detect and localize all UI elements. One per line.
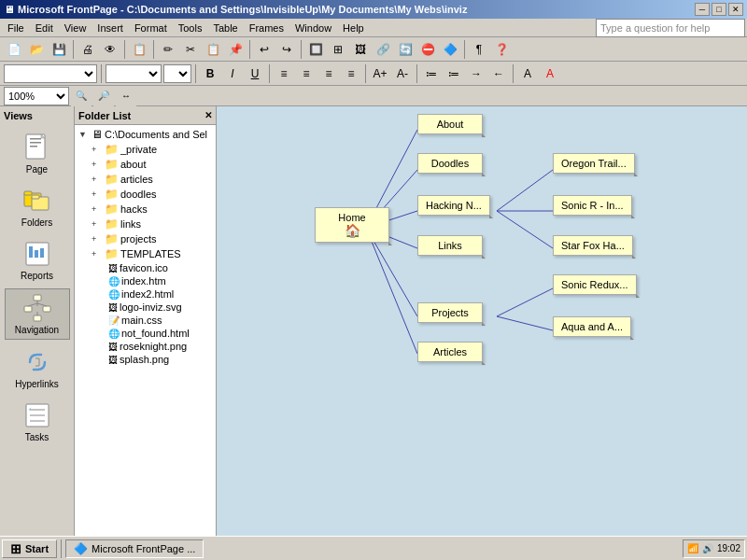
menu-edit[interactable]: Edit — [30, 21, 59, 35]
menu-tools[interactable]: Tools — [173, 21, 208, 35]
paste-button[interactable]: 📌 — [225, 39, 246, 60]
maximize-button[interactable]: □ — [712, 3, 726, 16]
style-select[interactable] — [4, 64, 97, 83]
node-home[interactable]: Home 🏠 — [315, 207, 389, 243]
tree-item-index2[interactable]: 🌐 index2.html — [77, 287, 214, 301]
fontsize-smaller[interactable]: A- — [392, 63, 413, 84]
refresh-button[interactable]: 🔄 — [395, 39, 416, 60]
view-folders[interactable]: Folders — [5, 182, 70, 231]
node-hacking[interactable]: Hacking N... — [417, 195, 490, 216]
hyperlink-button[interactable]: 🔗 — [373, 39, 393, 60]
expand-templates[interactable]: + — [92, 249, 105, 259]
node-projects[interactable]: Projects — [417, 302, 483, 323]
start-button[interactable]: ⊞ Start — [2, 539, 57, 558]
page-view-button[interactable]: 📋 — [129, 39, 149, 60]
italic-button[interactable]: I — [222, 63, 243, 84]
numbered-list-button[interactable]: ≔ — [444, 63, 464, 84]
align-left-button[interactable]: ≡ — [274, 63, 294, 84]
tree-item-logo[interactable]: 🖼 logo-inviz.svg — [77, 301, 214, 314]
expand-doodles[interactable]: + — [92, 189, 105, 199]
expand-private[interactable]: + — [92, 145, 105, 154]
tree-item-favicon[interactable]: 🖼 favicon.ico — [77, 261, 214, 274]
tree-item-maincss[interactable]: 📝 main.css — [77, 314, 214, 327]
tree-item-notfound[interactable]: 🌐 not_found.html — [77, 327, 214, 340]
frontpage-taskbar-button[interactable]: 🔷 Microsoft FrontPage ... — [65, 539, 204, 558]
highlight-button[interactable]: A — [517, 63, 538, 84]
node-starfox[interactable]: Star Fox Ha... — [553, 235, 633, 256]
web-comp-button[interactable]: 🔲 — [305, 39, 326, 60]
menu-table[interactable]: Table — [207, 21, 243, 35]
bullet-list-button[interactable]: ≔ — [421, 63, 442, 84]
expand-links[interactable]: + — [92, 219, 105, 229]
zoom-select[interactable]: 100% — [4, 87, 69, 105]
redo-button[interactable]: ↪ — [276, 39, 297, 60]
tree-item-projects[interactable]: + 📁 projects — [77, 231, 214, 246]
view-navigation[interactable]: Navigation — [5, 288, 70, 340]
help-search-box[interactable]: Type a question for help — [596, 19, 745, 37]
expand-about[interactable]: + — [92, 160, 105, 169]
node-doodles[interactable]: Doodles — [417, 153, 483, 174]
menu-help[interactable]: Help — [337, 21, 370, 35]
tree-expand-root[interactable]: ▼ — [78, 130, 92, 139]
menu-window[interactable]: Window — [289, 21, 337, 35]
node-links[interactable]: Links — [417, 235, 483, 256]
fontcolor-button[interactable]: A — [540, 63, 560, 84]
indent-button[interactable]: → — [466, 63, 486, 84]
new-button[interactable]: 📄 — [4, 39, 24, 60]
save-button[interactable]: 💾 — [49, 39, 69, 60]
view-page[interactable]: Page — [5, 129, 70, 178]
font-select[interactable] — [106, 64, 162, 83]
node-aqua[interactable]: Aqua and A... — [553, 316, 631, 337]
open-button[interactable]: 📂 — [26, 39, 47, 60]
tree-item-about[interactable]: + 📁 about — [77, 157, 214, 172]
node-sonicr[interactable]: Sonic R - In... — [553, 195, 632, 216]
minimize-button[interactable]: ─ — [695, 3, 710, 16]
view-hyperlinks[interactable]: Hyperlinks — [5, 343, 70, 393]
tree-item-roseknight[interactable]: 🖼 roseknight.png — [77, 340, 214, 353]
node-sonicredux[interactable]: Sonic Redux... — [553, 274, 637, 295]
node-oregon[interactable]: Oregon Trail... — [553, 153, 635, 174]
undo-button[interactable]: ↩ — [254, 39, 275, 60]
tree-item-private[interactable]: + 📁 _private — [77, 142, 214, 157]
spell-button[interactable]: ✏ — [158, 39, 178, 60]
insert-table-button[interactable]: ⊞ — [328, 39, 348, 60]
zoom-btn-1[interactable]: 🔍 — [71, 86, 92, 106]
align-center-button[interactable]: ≡ — [296, 63, 317, 84]
view-reports[interactable]: Reports — [5, 235, 70, 285]
tree-root[interactable]: ▼ 🖥 C:\Documents and Sel — [77, 127, 214, 142]
tree-item-hacks[interactable]: + 📁 hacks — [77, 202, 214, 217]
tree-item-doodles[interactable]: + 📁 doodles — [77, 187, 214, 202]
tree-item-articles[interactable]: + 📁 articles — [77, 172, 214, 187]
menu-format[interactable]: Format — [129, 21, 173, 35]
bold-button[interactable]: B — [200, 63, 220, 84]
expand-articles[interactable]: + — [92, 175, 105, 184]
help-button[interactable]: ❓ — [491, 39, 512, 60]
menu-view[interactable]: View — [59, 21, 92, 35]
tree-item-links[interactable]: + 📁 links — [77, 217, 214, 231]
menu-file[interactable]: File — [2, 21, 30, 35]
zoom-btn-2[interactable]: 🔎 — [93, 86, 114, 106]
view-tasks[interactable]: ✓ Tasks — [5, 397, 70, 446]
insert-pic-button[interactable]: 🖼 — [350, 39, 371, 60]
fontsize-select[interactable] — [163, 64, 191, 83]
justify-button[interactable]: ≡ — [341, 63, 361, 84]
stop-button[interactable]: ⛔ — [417, 39, 438, 60]
close-button[interactable]: ✕ — [728, 3, 743, 16]
tree-item-templates[interactable]: + 📁 TEMPLATES — [77, 246, 214, 261]
align-right-button[interactable]: ≡ — [318, 63, 339, 84]
cut-button[interactable]: ✂ — [180, 39, 201, 60]
show-all-button[interactable]: ¶ — [469, 39, 489, 60]
folder-tree[interactable]: ▼ 🖥 C:\Documents and Sel + 📁 _private + … — [75, 125, 216, 547]
node-about[interactable]: About — [417, 114, 483, 134]
outdent-button[interactable]: ← — [488, 63, 509, 84]
underline-button[interactable]: U — [245, 63, 265, 84]
expand-projects[interactable]: + — [92, 234, 105, 244]
frontpage-button[interactable]: 🔷 — [440, 39, 460, 60]
preview-button[interactable]: 👁 — [100, 39, 120, 60]
print-button[interactable]: 🖨 — [78, 39, 98, 60]
node-articles[interactable]: Articles — [417, 342, 483, 362]
copy-button[interactable]: 📋 — [203, 39, 223, 60]
expand-hacks[interactable]: + — [92, 204, 105, 214]
menu-frames[interactable]: Frames — [244, 21, 289, 35]
zoom-btn-3[interactable]: ↔ — [116, 86, 136, 106]
